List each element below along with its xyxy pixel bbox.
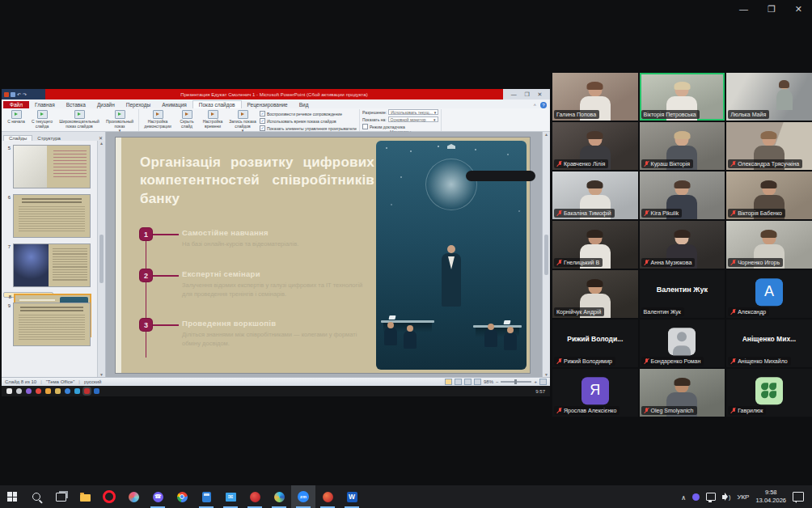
- participant-tile[interactable]: Люлька Майя: [726, 73, 812, 121]
- opera-gx-button[interactable]: [243, 485, 267, 508]
- participant-tile[interactable]: Галина Попова: [552, 73, 638, 121]
- presenter-view-checkbox[interactable]: Режим докладчика: [362, 124, 438, 129]
- clock[interactable]: 9:58 13.04.2026: [755, 489, 786, 505]
- presenter-app-icon[interactable]: [65, 388, 70, 394]
- fit-to-window-icon[interactable]: [539, 379, 547, 385]
- participant-tile[interactable]: Бондаренко Роман: [640, 320, 725, 367]
- file-explorer-button[interactable]: [73, 485, 97, 508]
- slide-thumbnail-8-selected[interactable]: 8: [3, 292, 53, 298]
- presenter-word-icon[interactable]: [94, 388, 99, 394]
- broadcast-slideshow-button[interactable]: Широковещательный показ слайдов: [57, 109, 101, 133]
- minimize-icon[interactable]: —: [739, 4, 748, 15]
- participant-tile[interactable]: Oleg Smolyanich: [640, 369, 725, 417]
- search-button[interactable]: [24, 485, 49, 508]
- action-center-icon[interactable]: [793, 492, 804, 502]
- undo-icon[interactable]: ↶: [17, 92, 21, 97]
- presenter-app-icon[interactable]: [36, 388, 41, 394]
- tab-animations[interactable]: Анимация: [156, 101, 192, 108]
- zoom-in-icon[interactable]: +: [534, 379, 537, 384]
- participant-tile[interactable]: Вікторія Бабенко: [726, 171, 812, 219]
- show-media-controls-checkbox[interactable]: ✓ Показать элементы управления проигрыва…: [260, 125, 357, 131]
- participant-tile[interactable]: Гаврилюк: [726, 369, 812, 417]
- media-app-button[interactable]: [315, 485, 340, 508]
- participant-tile[interactable]: Валентин Жук Валентин Жук: [640, 270, 725, 318]
- zoom-slider[interactable]: [501, 381, 531, 383]
- keyboard-language[interactable]: УКР: [737, 493, 749, 501]
- participant-tile[interactable]: Аніщенко Мих... Аніщенко Михайло: [726, 320, 812, 367]
- sorter-view-icon[interactable]: [455, 379, 462, 385]
- custom-slideshow-button[interactable]: Произвольный показ▾: [104, 109, 136, 133]
- participant-tile[interactable]: Гнелицький В: [552, 221, 638, 269]
- presenter-powerpoint-icon[interactable]: [84, 388, 90, 394]
- volume-icon[interactable]: ): [722, 494, 730, 500]
- language-indicator[interactable]: русский: [84, 379, 102, 384]
- participant-tile[interactable]: Рижий Володи... Рижий Володимир: [552, 320, 638, 367]
- tray-expand-icon[interactable]: ∧: [681, 494, 686, 502]
- browser-button[interactable]: [267, 485, 291, 508]
- chrome-button[interactable]: [170, 485, 194, 508]
- slide-thumbnail-5[interactable]: 5: [3, 144, 95, 189]
- participant-tile-active-speaker[interactable]: Вікторія Петровська: [640, 73, 725, 121]
- zoom-out-icon[interactable]: −: [496, 379, 499, 384]
- slide-thumbnail-9[interactable]: 9: [3, 302, 95, 347]
- participant-tile[interactable]: Анна Музюкова: [640, 221, 725, 269]
- participant-tile[interactable]: Кураш Вікторія: [640, 122, 725, 170]
- play-narrations-checkbox[interactable]: ✓ Воспроизвести речевое сопровождение: [260, 111, 357, 116]
- zoom-view-options-pill[interactable]: [466, 171, 535, 181]
- reading-view-icon[interactable]: [464, 379, 472, 385]
- editor-scrollbar[interactable]: ▲▼: [542, 132, 550, 377]
- tab-review[interactable]: Рецензирование: [242, 101, 294, 108]
- task-view-button[interactable]: [49, 485, 73, 508]
- hide-slide-button[interactable]: Скрыть слайд: [176, 109, 197, 133]
- participant-tile[interactable]: Я Ярослав Алексієнко: [552, 369, 638, 417]
- help-icon[interactable]: ?: [540, 102, 547, 108]
- pane-scrollbar[interactable]: ▲▼: [97, 141, 105, 377]
- restore-icon[interactable]: ❐: [768, 4, 776, 15]
- ppt-minimize-icon[interactable]: —: [511, 91, 517, 97]
- opera-button[interactable]: [97, 485, 121, 508]
- tab-transitions[interactable]: Переходы: [121, 101, 157, 108]
- normal-view-icon[interactable]: [445, 379, 452, 385]
- rehearse-timings-button[interactable]: Настройка времени: [200, 109, 226, 133]
- presenter-app-icon[interactable]: [45, 388, 51, 394]
- redo-icon[interactable]: ↷: [23, 92, 27, 97]
- viber-button[interactable]: ☎: [146, 485, 170, 508]
- slide-thumbnail-6[interactable]: 6: [3, 193, 95, 239]
- presenter-search-icon[interactable]: [16, 388, 22, 394]
- calculator-button[interactable]: [194, 485, 218, 508]
- photos-button[interactable]: [121, 485, 146, 508]
- tab-home[interactable]: Главная: [29, 101, 61, 108]
- participant-tile[interactable]: Kira Pikulik: [640, 171, 725, 219]
- from-current-slide-button[interactable]: С текущего слайда: [29, 109, 55, 133]
- tab-slideshow[interactable]: Показ слайдов: [192, 100, 242, 108]
- presenter-app-icon[interactable]: [74, 388, 80, 394]
- presenter-app-icon[interactable]: [55, 388, 61, 394]
- close-pane-icon[interactable]: ✕: [99, 135, 105, 141]
- ppt-close-icon[interactable]: ✕: [537, 91, 542, 98]
- network-icon[interactable]: [706, 493, 716, 501]
- participant-tile[interactable]: Олександра Трясучкіна: [726, 122, 812, 170]
- viber-tray-icon[interactable]: [692, 493, 700, 501]
- tab-insert[interactable]: Вставка: [61, 101, 91, 108]
- ppt-restore-icon[interactable]: ❐: [524, 91, 529, 98]
- start-button[interactable]: [0, 485, 24, 508]
- save-icon[interactable]: [11, 92, 15, 97]
- record-slideshow-button[interactable]: Запись показа слайдов▾: [228, 109, 257, 133]
- presenter-app-icon[interactable]: [26, 388, 32, 394]
- participant-tile[interactable]: Бакаліна Тимофій: [552, 171, 638, 219]
- resolution-select[interactable]: Использовать текущ...▾: [388, 109, 438, 115]
- collapse-ribbon-icon[interactable]: ˄: [533, 103, 536, 108]
- tab-slides[interactable]: Слайды: [3, 135, 32, 141]
- setup-slideshow-button[interactable]: Настройка демонстрации: [142, 109, 174, 133]
- presenter-start-icon[interactable]: [6, 388, 12, 394]
- close-icon[interactable]: ✕: [795, 4, 802, 15]
- use-timings-checkbox[interactable]: ✓ Использовать время показа слайдов: [260, 118, 357, 124]
- participant-tile[interactable]: Корнійчук Андрій: [552, 270, 638, 318]
- slideshow-view-icon[interactable]: [474, 379, 481, 385]
- participant-tile[interactable]: Кравченко Лілія: [552, 122, 638, 170]
- tab-file[interactable]: Файл: [3, 101, 29, 108]
- mail-button[interactable]: ✉: [218, 485, 243, 508]
- tab-design[interactable]: Дизайн: [91, 101, 121, 108]
- participant-tile[interactable]: Чорненко Игорь: [726, 221, 812, 269]
- participant-tile[interactable]: А Александр: [726, 270, 812, 318]
